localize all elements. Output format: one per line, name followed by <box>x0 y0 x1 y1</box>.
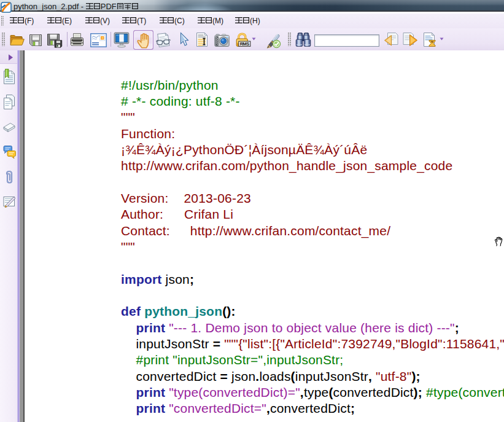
svg-text:RMS: RMS <box>240 41 250 47</box>
